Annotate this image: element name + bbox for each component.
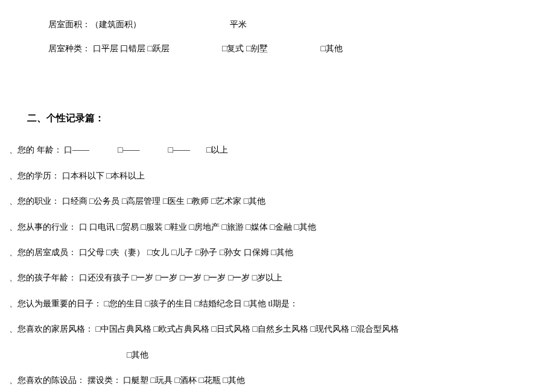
- checkbox-occ1[interactable]: 口经商: [62, 197, 87, 206]
- q3-label: 、您的职业：: [9, 197, 60, 206]
- checkbox-hs1[interactable]: □中国占典风格: [96, 324, 151, 334]
- checkbox-age3[interactable]: □——: [168, 145, 189, 154]
- checkbox-d1o2[interactable]: □玩具: [151, 376, 173, 385]
- room-type-row: 居室种类： 口平层 口错层 □跃层 □复式 □别墅 □其他: [6, 42, 549, 55]
- question-important-day: 、您认为最重要的日子： □您的生日 □孩子的生日 □结婚纪念日 □其他 tl期是…: [6, 297, 549, 311]
- question-age: 、您的 年龄： 口—— □—— □—— □以上: [6, 144, 549, 157]
- question-child-age: 、您的孩子年龄： 口还没有孩子 □一岁 □一岁 □一岁 □一岁 □一岁 □岁以上: [6, 271, 549, 285]
- checkbox-ind8[interactable]: □媒体: [246, 223, 267, 232]
- checkbox-ind6[interactable]: □房地产: [189, 223, 219, 232]
- checkbox-ca4[interactable]: □一岁: [180, 273, 201, 282]
- checkbox-occ5[interactable]: □教师: [187, 197, 209, 206]
- q9-sub1-label: 摆设类：: [87, 376, 121, 385]
- checkbox-ind2[interactable]: 口电讯: [89, 223, 115, 232]
- checkbox-d1o1[interactable]: 口艇塑: [123, 376, 148, 385]
- checkbox-ind5[interactable]: □鞋业: [165, 223, 186, 232]
- q7-date-text: tl期是：: [268, 299, 298, 308]
- question-home-style: 、您喜欢的家居风格： □中国占典风格 □欧式占典风格 □日式风格 □自然乡土风格…: [6, 323, 549, 336]
- checkbox-ca1[interactable]: 口还没有孩子: [79, 273, 130, 282]
- checkbox-hh3[interactable]: □女儿: [147, 248, 169, 257]
- checkbox-d1o4[interactable]: □花瓶: [198, 376, 220, 385]
- checkbox-edu2[interactable]: □本科以上: [106, 171, 145, 180]
- checkbox-age4[interactable]: □以上: [206, 145, 228, 154]
- checkbox-hs7[interactable]: □其他: [127, 350, 148, 359]
- checkbox-ca2[interactable]: □一岁: [132, 273, 153, 282]
- checkbox-ind4[interactable]: □服装: [141, 223, 162, 232]
- checkbox-duplex[interactable]: □复式: [222, 44, 244, 53]
- room-area-row: 居室面积：（建筑面积） 平米: [6, 18, 549, 31]
- checkbox-ind1[interactable]: 口: [79, 223, 87, 232]
- checkbox-ind3[interactable]: □贸易: [117, 223, 139, 232]
- section-2-title: 二、个性记录篇：: [6, 110, 549, 126]
- checkbox-d1o5[interactable]: □其他: [223, 376, 244, 385]
- checkbox-hh4[interactable]: □儿子: [171, 248, 193, 257]
- question-education: 、您的学历： 口本科以下 □本科以上: [6, 169, 549, 183]
- checkbox-hs2[interactable]: □欧式占典风格: [153, 324, 209, 334]
- q7-label: 、您认为最重要的日子：: [9, 299, 102, 308]
- checkbox-split[interactable]: 口错层: [120, 44, 145, 53]
- checkbox-id3[interactable]: □结婚纪念日: [194, 299, 241, 308]
- checkbox-hs4[interactable]: □自然乡土风格: [252, 324, 308, 334]
- checkbox-hh5[interactable]: □孙子: [195, 248, 217, 257]
- room-area-label: 居室面积：（建筑面积）: [48, 20, 141, 29]
- question-household: 、您的居室成员： 口父母 □夫（妻） □女儿 □儿子 □孙子 □孙女 口保姆 □…: [6, 246, 549, 259]
- checkbox-occ6[interactable]: □艺术家: [211, 197, 241, 206]
- checkbox-edu1[interactable]: 口本科以下: [62, 171, 104, 180]
- checkbox-id1[interactable]: □您的生日: [104, 299, 143, 308]
- checkbox-hh1[interactable]: 口父母: [79, 248, 104, 257]
- checkbox-occ4[interactable]: □医生: [163, 197, 185, 206]
- checkbox-id4[interactable]: □其他: [244, 299, 265, 308]
- checkbox-ca6[interactable]: □一岁: [228, 273, 250, 282]
- checkbox-ca7[interactable]: □岁以上: [252, 273, 282, 282]
- checkbox-occ2[interactable]: □公务员: [89, 197, 119, 206]
- checkbox-other[interactable]: □其他: [320, 44, 342, 53]
- checkbox-occ3[interactable]: □高层管理: [122, 197, 160, 206]
- q8-label: 、您喜欢的家居风格：: [9, 324, 94, 334]
- checkbox-skip[interactable]: □跃层: [148, 44, 170, 53]
- question-home-style-line2: □其他: [6, 349, 549, 362]
- checkbox-hh6[interactable]: □孙女: [220, 248, 241, 257]
- checkbox-hh2[interactable]: □夫（妻）: [106, 248, 145, 257]
- checkbox-hh8[interactable]: □其他: [271, 248, 293, 257]
- checkbox-occ7[interactable]: □其他: [244, 197, 265, 206]
- checkbox-hs6[interactable]: □混合型风格: [351, 324, 398, 334]
- checkbox-flat[interactable]: 口平层: [93, 44, 118, 53]
- question-industry: 、您从事的行业： 口 口电讯 □贸易 □服装 □鞋业 □房地产 □旅游 □媒体 …: [6, 221, 549, 234]
- q6-label: 、您的孩子年龄：: [9, 273, 77, 282]
- checkbox-hs3[interactable]: □日式风格: [211, 324, 250, 334]
- checkbox-ind7[interactable]: □旅游: [221, 223, 243, 232]
- checkbox-ca3[interactable]: □一岁: [156, 273, 177, 282]
- room-area-unit: 平米: [230, 20, 247, 29]
- checkbox-id2[interactable]: □孩子的生日: [145, 299, 192, 308]
- checkbox-ind10[interactable]: □其他: [294, 223, 316, 232]
- question-occupation: 、您的职业： 口经商 □公务员 □高层管理 □医生 □教师 □艺术家 □其他: [6, 195, 549, 208]
- checkbox-hh7[interactable]: 口保姆: [244, 248, 269, 257]
- q4-label: 、您从事的行业：: [9, 223, 77, 232]
- checkbox-ca5[interactable]: □一岁: [204, 273, 226, 282]
- checkbox-age2[interactable]: □——: [118, 145, 139, 154]
- checkbox-hs5[interactable]: □现代风格: [310, 324, 349, 334]
- q1-label: 、您的 年龄：: [9, 145, 62, 154]
- checkbox-d1o3[interactable]: □酒杯: [174, 376, 196, 385]
- room-type-label: 居室种类：: [48, 44, 90, 53]
- q9-label: 、您喜欢的陈设品：: [9, 376, 85, 385]
- checkbox-age1[interactable]: 口——: [64, 145, 89, 154]
- question-decoration: 、您喜欢的陈设品： 摆设类： 口艇塑 □玩具 □酒杯 □花瓶 □其他: [6, 374, 549, 387]
- q5-label: 、您的居室成员：: [9, 248, 77, 257]
- checkbox-villa[interactable]: □别墅: [246, 44, 268, 53]
- q2-label: 、您的学历：: [9, 171, 60, 180]
- checkbox-ind9[interactable]: □金融: [270, 223, 291, 232]
